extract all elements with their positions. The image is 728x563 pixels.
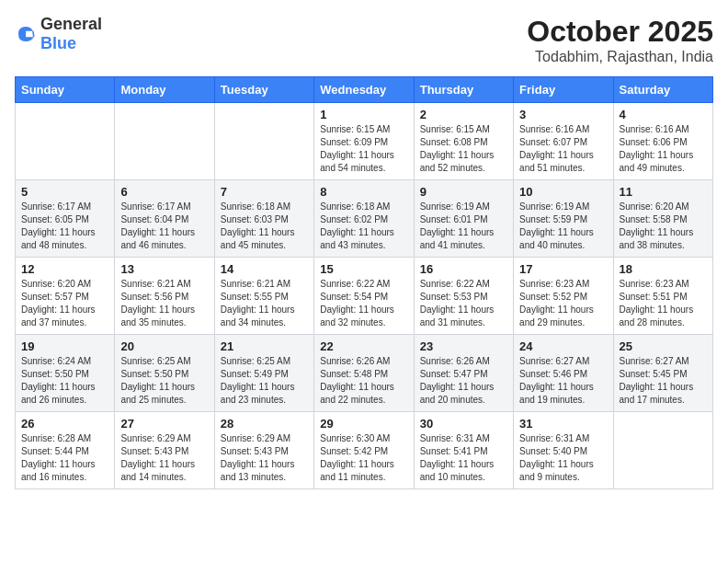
calendar-week-row: 12Sunrise: 6:20 AM Sunset: 5:57 PM Dayli… [16, 258, 713, 335]
day-number: 6 [120, 185, 208, 199]
calendar-cell: 28Sunrise: 6:29 AM Sunset: 5:43 PM Dayli… [214, 412, 313, 489]
day-number: 1 [320, 108, 407, 121]
cell-info: Sunrise: 6:21 AM Sunset: 5:56 PM Dayligh… [120, 278, 208, 329]
calendar-cell [613, 412, 712, 489]
calendar-cell: 30Sunrise: 6:31 AM Sunset: 5:41 PM Dayli… [414, 412, 513, 489]
day-of-week-header: Sunday [16, 77, 115, 103]
day-number: 21 [221, 339, 308, 353]
cell-info: Sunrise: 6:29 AM Sunset: 5:43 PM Dayligh… [221, 432, 308, 484]
day-of-week-header: Wednesday [314, 77, 414, 103]
day-number: 26 [21, 417, 108, 431]
logo-blue-text: Blue [40, 34, 76, 52]
day-number: 13 [120, 262, 208, 276]
cell-info: Sunrise: 6:23 AM Sunset: 5:52 PM Dayligh… [519, 278, 607, 329]
cell-info: Sunrise: 6:18 AM Sunset: 6:02 PM Dayligh… [320, 201, 407, 252]
cell-info: Sunrise: 6:24 AM Sunset: 5:50 PM Dayligh… [21, 355, 108, 407]
month-year-title: October 2025 [527, 15, 713, 49]
calendar-cell: 10Sunrise: 6:19 AM Sunset: 5:59 PM Dayli… [514, 180, 613, 258]
calendar-cell: 9Sunrise: 6:19 AM Sunset: 6:01 PM Daylig… [414, 180, 513, 258]
calendar-cell: 15Sunrise: 6:22 AM Sunset: 5:54 PM Dayli… [314, 258, 414, 335]
cell-info: Sunrise: 6:23 AM Sunset: 5:51 PM Dayligh… [620, 278, 707, 329]
calendar-cell: 13Sunrise: 6:21 AM Sunset: 5:56 PM Dayli… [115, 258, 214, 335]
day-number: 15 [320, 262, 407, 276]
cell-info: Sunrise: 6:22 AM Sunset: 5:54 PM Dayligh… [320, 278, 407, 329]
calendar-cell: 31Sunrise: 6:31 AM Sunset: 5:40 PM Dayli… [514, 412, 613, 489]
cell-info: Sunrise: 6:30 AM Sunset: 5:42 PM Dayligh… [320, 432, 407, 484]
calendar-cell: 27Sunrise: 6:29 AM Sunset: 5:43 PM Dayli… [115, 412, 214, 489]
cell-info: Sunrise: 6:22 AM Sunset: 5:53 PM Dayligh… [420, 278, 507, 329]
calendar-table: SundayMondayTuesdayWednesdayThursdayFrid… [15, 76, 713, 489]
day-number: 14 [221, 262, 308, 276]
calendar-cell: 5Sunrise: 6:17 AM Sunset: 6:05 PM Daylig… [16, 180, 115, 258]
cell-info: Sunrise: 6:26 AM Sunset: 5:47 PM Dayligh… [420, 355, 507, 407]
calendar-cell: 1Sunrise: 6:15 AM Sunset: 6:09 PM Daylig… [314, 103, 414, 180]
cell-info: Sunrise: 6:26 AM Sunset: 5:48 PM Dayligh… [320, 355, 407, 407]
day-number: 19 [21, 339, 108, 353]
day-number: 29 [320, 417, 407, 431]
calendar-cell: 6Sunrise: 6:17 AM Sunset: 6:04 PM Daylig… [115, 180, 214, 258]
calendar-cell: 19Sunrise: 6:24 AM Sunset: 5:50 PM Dayli… [16, 335, 115, 412]
day-of-week-header: Thursday [414, 77, 513, 103]
calendar-cell: 17Sunrise: 6:23 AM Sunset: 5:52 PM Dayli… [514, 258, 613, 335]
calendar-cell [115, 103, 214, 180]
cell-info: Sunrise: 6:21 AM Sunset: 5:55 PM Dayligh… [221, 278, 308, 329]
day-number: 11 [620, 185, 707, 199]
day-number: 10 [519, 185, 607, 199]
calendar-cell: 21Sunrise: 6:25 AM Sunset: 5:49 PM Dayli… [214, 335, 313, 412]
calendar-cell: 26Sunrise: 6:28 AM Sunset: 5:44 PM Dayli… [16, 412, 115, 489]
calendar-cell: 3Sunrise: 6:16 AM Sunset: 6:07 PM Daylig… [514, 103, 613, 180]
day-of-week-header: Saturday [613, 77, 712, 103]
day-number: 18 [620, 262, 707, 276]
cell-info: Sunrise: 6:31 AM Sunset: 5:41 PM Dayligh… [420, 432, 507, 484]
day-number: 22 [320, 339, 407, 353]
day-number: 24 [519, 339, 607, 353]
cell-info: Sunrise: 6:18 AM Sunset: 6:03 PM Dayligh… [221, 201, 308, 252]
calendar-week-row: 19Sunrise: 6:24 AM Sunset: 5:50 PM Dayli… [16, 335, 713, 412]
cell-info: Sunrise: 6:19 AM Sunset: 5:59 PM Dayligh… [519, 201, 607, 252]
day-number: 27 [120, 417, 208, 431]
day-number: 25 [620, 339, 707, 353]
day-number: 17 [519, 262, 607, 276]
calendar-cell: 29Sunrise: 6:30 AM Sunset: 5:42 PM Dayli… [314, 412, 414, 489]
calendar-cell: 16Sunrise: 6:22 AM Sunset: 5:53 PM Dayli… [414, 258, 513, 335]
calendar-cell: 8Sunrise: 6:18 AM Sunset: 6:02 PM Daylig… [314, 180, 414, 258]
day-number: 5 [21, 185, 108, 199]
logo-icon [15, 23, 37, 45]
location-subtitle: Todabhim, Rajasthan, India [527, 49, 713, 65]
calendar-cell: 12Sunrise: 6:20 AM Sunset: 5:57 PM Dayli… [16, 258, 115, 335]
day-number: 28 [221, 417, 308, 431]
day-number: 20 [120, 339, 208, 353]
calendar-cell [214, 103, 313, 180]
day-number: 4 [620, 108, 707, 121]
cell-info: Sunrise: 6:28 AM Sunset: 5:44 PM Dayligh… [21, 432, 108, 484]
calendar-cell: 23Sunrise: 6:26 AM Sunset: 5:47 PM Dayli… [414, 335, 513, 412]
calendar-cell: 20Sunrise: 6:25 AM Sunset: 5:50 PM Dayli… [115, 335, 214, 412]
cell-info: Sunrise: 6:31 AM Sunset: 5:40 PM Dayligh… [519, 432, 607, 484]
day-number: 30 [420, 417, 507, 431]
cell-info: Sunrise: 6:17 AM Sunset: 6:05 PM Dayligh… [21, 201, 108, 252]
calendar-cell: 24Sunrise: 6:27 AM Sunset: 5:46 PM Dayli… [514, 335, 613, 412]
calendar-cell: 2Sunrise: 6:15 AM Sunset: 6:08 PM Daylig… [414, 103, 513, 180]
day-of-week-header: Tuesday [214, 77, 313, 103]
logo-general-text: General [40, 15, 102, 33]
cell-info: Sunrise: 6:27 AM Sunset: 5:46 PM Dayligh… [519, 355, 607, 407]
day-of-week-header: Friday [514, 77, 613, 103]
day-number: 3 [519, 108, 607, 121]
day-number: 9 [420, 185, 507, 199]
calendar-cell: 14Sunrise: 6:21 AM Sunset: 5:55 PM Dayli… [214, 258, 313, 335]
cell-info: Sunrise: 6:19 AM Sunset: 6:01 PM Dayligh… [420, 201, 507, 252]
cell-info: Sunrise: 6:16 AM Sunset: 6:07 PM Dayligh… [519, 123, 607, 175]
page-header: General Blue October 2025 Todabhim, Raja… [15, 15, 713, 65]
cell-info: Sunrise: 6:15 AM Sunset: 6:08 PM Dayligh… [420, 123, 507, 175]
day-number: 31 [519, 417, 607, 431]
calendar-cell: 18Sunrise: 6:23 AM Sunset: 5:51 PM Dayli… [613, 258, 712, 335]
cell-info: Sunrise: 6:20 AM Sunset: 5:58 PM Dayligh… [620, 201, 707, 252]
cell-info: Sunrise: 6:29 AM Sunset: 5:43 PM Dayligh… [120, 432, 208, 484]
calendar-cell: 4Sunrise: 6:16 AM Sunset: 6:06 PM Daylig… [613, 103, 712, 180]
calendar-cell: 25Sunrise: 6:27 AM Sunset: 5:45 PM Dayli… [613, 335, 712, 412]
day-number: 7 [221, 185, 308, 199]
calendar-cell: 11Sunrise: 6:20 AM Sunset: 5:58 PM Dayli… [613, 180, 712, 258]
cell-info: Sunrise: 6:25 AM Sunset: 5:49 PM Dayligh… [221, 355, 308, 407]
calendar-cell: 22Sunrise: 6:26 AM Sunset: 5:48 PM Dayli… [314, 335, 414, 412]
calendar-cell: 7Sunrise: 6:18 AM Sunset: 6:03 PM Daylig… [214, 180, 313, 258]
